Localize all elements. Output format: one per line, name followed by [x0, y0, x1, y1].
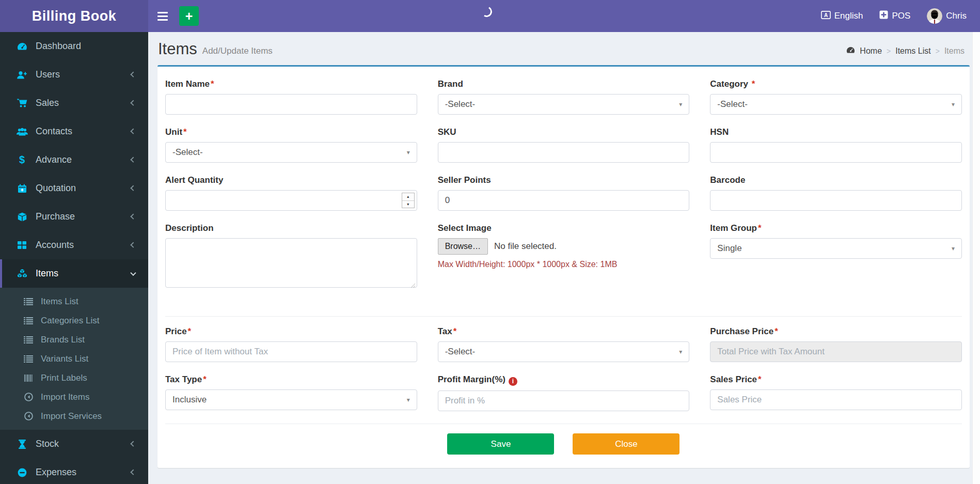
hsn-input[interactable] [710, 142, 962, 163]
select-image-field: Select Image Browse… No file selected. M… [438, 223, 690, 290]
sku-input[interactable] [438, 142, 690, 163]
sidebar-item-users[interactable]: Users [0, 60, 148, 89]
sidebar-item-label: Accounts [36, 240, 74, 251]
breadcrumb-home-link[interactable]: Home [860, 46, 882, 56]
select-image-label: Select Image [438, 223, 690, 233]
chevron-left-icon [130, 213, 136, 219]
tax-type-field: Tax Type* Inclusive▾ [165, 374, 417, 411]
sidebar-subitem-label: Print Labels [41, 373, 87, 383]
tax-select[interactable]: -Select-▾ [438, 341, 690, 362]
unit-select[interactable]: -Select-▾ [165, 142, 417, 163]
item-name-input[interactable] [165, 94, 417, 115]
user-menu[interactable]: Chris [927, 8, 967, 24]
description-textarea[interactable] [165, 238, 417, 288]
tax-type-select[interactable]: Inclusive▾ [165, 389, 417, 410]
sidebar-item-purchase[interactable]: Purchase [0, 202, 148, 231]
price-input[interactable] [165, 341, 417, 362]
required-marker: * [758, 374, 762, 384]
dollar-icon: $ [15, 154, 29, 166]
category-select[interactable]: -Select-▾ [710, 94, 962, 115]
sidebar-toggle-button[interactable] [148, 0, 177, 32]
sidebar-item-accounts[interactable]: Accounts [0, 231, 148, 259]
alert-quantity-input[interactable] [165, 190, 417, 211]
browse-button[interactable]: Browse… [438, 238, 488, 255]
description-label: Description [165, 223, 417, 233]
content-header: Items Add/Update Items Home > Items List… [148, 32, 980, 58]
seller-points-input[interactable] [438, 190, 690, 211]
chevron-down-icon: ▾ [407, 149, 410, 156]
barcode-input[interactable] [710, 190, 962, 211]
description-field: Description [165, 223, 417, 290]
sidebar-subitem-label: Categories List [41, 316, 99, 326]
purchase-price-input [710, 341, 962, 362]
user-plus-icon [15, 71, 29, 79]
pos-menu[interactable]: POS [879, 10, 910, 22]
sidebar-item-stock[interactable]: Stock [0, 430, 148, 458]
list-icon [22, 336, 35, 344]
cube-icon [15, 212, 29, 222]
alert-quantity-label: Alert Quantity [165, 175, 417, 185]
sidebar-subitem-categories-list[interactable]: Categories List [0, 311, 148, 330]
chevron-left-icon [130, 71, 136, 77]
svg-text:A: A [824, 12, 828, 18]
sidebar-subitem-variants-list[interactable]: Variants List [0, 349, 148, 368]
sku-field: SKU [438, 127, 690, 163]
sidebar-subitem-label: Variants List [41, 354, 88, 364]
quick-add-button[interactable]: + [179, 6, 199, 26]
language-menu[interactable]: A English [821, 11, 863, 22]
required-marker: * [453, 326, 457, 336]
brand-select[interactable]: -Select-▾ [438, 94, 690, 115]
quantity-stepper[interactable]: ▴ ▾ [402, 193, 415, 208]
item-name-label: Item Name* [165, 79, 417, 89]
breadcrumb-items-list-link[interactable]: Items List [895, 46, 930, 56]
unit-label: Unit* [165, 127, 417, 137]
sidebar-item-label: Quotation [36, 183, 76, 194]
scrollbar[interactable] [972, 32, 980, 484]
barcode-label: Barcode [710, 175, 962, 185]
sidebar-item-items[interactable]: Items [0, 259, 148, 288]
top-navbar: Billing Book + A English POS Chris [0, 0, 980, 32]
brand-field: Brand -Select-▾ [438, 79, 690, 115]
pos-label: POS [892, 11, 910, 21]
sidebar-item-sales[interactable]: Sales [0, 89, 148, 117]
chevron-down-icon: ▾ [952, 101, 955, 108]
chevron-left-icon [130, 157, 136, 162]
sidebar-subitem-print-labels[interactable]: Print Labels [0, 368, 148, 387]
profit-margin-input[interactable] [438, 391, 690, 411]
tax-type-label: Tax Type* [165, 374, 417, 385]
th-large-icon [15, 241, 29, 249]
stepper-up-icon[interactable]: ▴ [402, 193, 414, 201]
dashboard-icon [15, 42, 29, 51]
arrow-circle-icon [22, 393, 35, 401]
section-divider [165, 424, 962, 424]
stepper-down-icon[interactable]: ▾ [402, 201, 414, 208]
sales-price-input[interactable] [710, 389, 962, 410]
calendar-plus-icon [15, 184, 29, 193]
sidebar-item-quotation[interactable]: Quotation [0, 174, 148, 202]
sidebar-item-advance[interactable]: $ Advance [0, 146, 148, 174]
sidebar-subitem-label: Import Services [41, 411, 102, 421]
tax-field: Tax* -Select-▾ [438, 326, 690, 362]
sales-price-label: Sales Price* [710, 374, 962, 385]
sidebar-item-label: Expenses [36, 467, 76, 478]
sidebar-item-label: Purchase [36, 211, 75, 222]
sidebar-item-expenses[interactable]: Expenses [0, 458, 148, 484]
app-logo[interactable]: Billing Book [0, 0, 148, 32]
sidebar-subitem-items-list[interactable]: Items List [0, 292, 148, 311]
form-actions: Save Close [165, 430, 962, 455]
arrow-circle-icon [22, 412, 35, 420]
item-group-select[interactable]: Single▾ [710, 238, 962, 259]
sidebar-subitem-label: Import Items [41, 392, 89, 402]
price-label: Price* [165, 326, 417, 337]
sidebar-item-dashboard[interactable]: Dashboard [0, 32, 148, 60]
save-button[interactable]: Save [447, 433, 554, 455]
items-submenu: Items List Categories List Brands List V… [0, 288, 148, 430]
list-icon [22, 355, 35, 363]
sidebar-subitem-import-items[interactable]: Import Items [0, 387, 148, 407]
sidebar-item-contacts[interactable]: Contacts [0, 117, 148, 146]
sidebar-subitem-import-services[interactable]: Import Services [0, 407, 148, 426]
sidebar-item-label: Stock [36, 439, 59, 449]
sidebar-subitem-brands-list[interactable]: Brands List [0, 330, 148, 349]
close-button[interactable]: Close [573, 433, 679, 455]
chevron-left-icon [130, 100, 136, 105]
